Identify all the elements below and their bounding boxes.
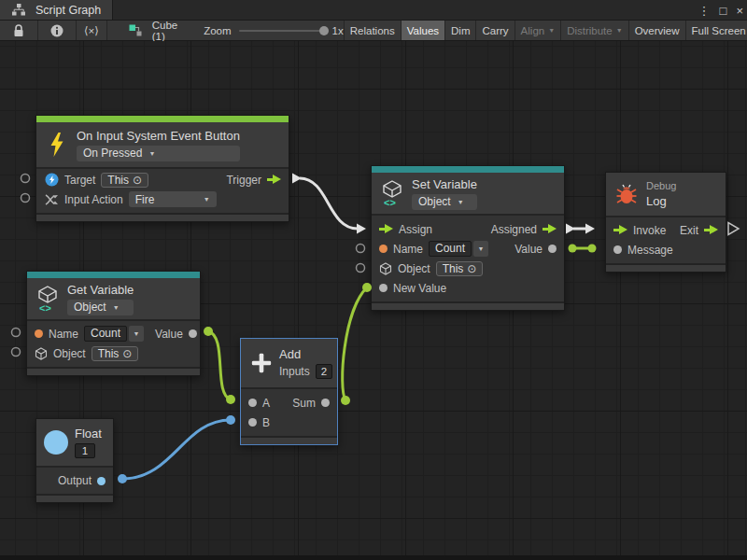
new-value-row: New Value: [372, 278, 564, 298]
node-on-input-system-event-button[interactable]: On Input System Event Button On Pressed …: [35, 115, 289, 222]
zoom-slider[interactable]: [239, 30, 325, 32]
variable-accent-bar: [372, 166, 564, 173]
variable-kind-dropdown[interactable]: Object ▼: [67, 300, 134, 315]
a-sum-row: A Sum: [241, 393, 337, 413]
input-action-row: Input Action Fire ▼: [36, 189, 289, 209]
node-title: Log: [646, 194, 676, 208]
object-row: Object This ⊙: [372, 259, 564, 278]
graph-asset-icon: [124, 24, 147, 37]
value-output-port[interactable]: [548, 245, 557, 253]
a-input-port[interactable]: [248, 399, 257, 407]
maximize-icon[interactable]: □: [720, 4, 727, 18]
node-title: On Input System Event Button: [77, 129, 240, 143]
gameobject-event-icon: [44, 173, 59, 187]
kebab-menu-icon[interactable]: ⋮: [698, 4, 711, 18]
sum-output-port[interactable]: [321, 399, 330, 407]
input-action-dropdown[interactable]: Fire ▼: [129, 191, 217, 207]
chevron-down-icon: ▼: [478, 245, 485, 252]
breadcrumb[interactable]: Cube (1): [124, 21, 178, 40]
inspect-button[interactable]: [38, 21, 77, 40]
code-preview-button[interactable]: ⟨×⟩: [77, 21, 107, 40]
node-footer: [606, 263, 726, 272]
node-footer: [27, 367, 200, 375]
variable-name-dropdown[interactable]: Count ▼: [84, 326, 144, 342]
output-row: Output: [36, 471, 113, 490]
variable-cube-icon: <>: [381, 179, 403, 207]
node-footer: [241, 436, 337, 444]
distribute-dropdown-button[interactable]: Distribute▼: [560, 21, 628, 40]
assign-label: Assign: [399, 223, 432, 236]
zoom-value: 1x: [332, 25, 344, 36]
chevron-down-icon: ▼: [458, 199, 464, 205]
graph-icon: [7, 4, 30, 16]
target-label: Target: [64, 174, 95, 187]
trigger-output-port[interactable]: [267, 175, 281, 185]
node-set-variable[interactable]: <> Set Variable Object ▼ Assign Assigned…: [371, 165, 565, 311]
tab-script-graph[interactable]: Script Graph: [0, 0, 113, 20]
overview-button[interactable]: Overview: [628, 21, 685, 40]
output-port[interactable]: [97, 477, 106, 485]
input-action-icon: [44, 193, 59, 206]
bug-icon: [615, 183, 638, 205]
exit-output-port[interactable]: [704, 225, 718, 235]
cube-icon: [379, 262, 392, 275]
node-title: Add: [279, 347, 332, 361]
zoom-slider-handle[interactable]: [319, 26, 329, 35]
window-bottom-edge: [0, 555, 747, 560]
assign-row: Assign Assigned: [372, 219, 564, 239]
info-icon: [46, 24, 68, 37]
value-label: Value: [514, 243, 543, 256]
plus-icon: [250, 351, 273, 375]
node-get-variable[interactable]: <> Get Variable Object ▼ Name Count ▼ Va…: [26, 271, 201, 376]
lock-icon: [7, 24, 30, 37]
target-object-chip[interactable]: This ⊙: [101, 173, 148, 188]
chevron-down-icon: ▼: [204, 196, 210, 203]
node-float[interactable]: Float 1 Output: [35, 418, 114, 503]
fullscreen-button[interactable]: Full Screen: [685, 21, 747, 40]
relations-button[interactable]: Relations: [344, 21, 401, 40]
new-value-input-port[interactable]: [379, 284, 388, 292]
object-picker-icon: ⊙: [467, 263, 476, 274]
node-add[interactable]: Add Inputs 2 A Sum B: [240, 338, 338, 445]
close-icon[interactable]: ×: [736, 4, 743, 18]
chevron-down-icon: ▼: [616, 27, 623, 34]
name-input-port[interactable]: [35, 329, 43, 338]
b-input-port[interactable]: [248, 418, 257, 427]
assigned-output-port[interactable]: [543, 224, 557, 234]
dim-button[interactable]: Dim: [444, 21, 475, 40]
lock-button[interactable]: [0, 21, 38, 40]
object-label: Object: [53, 347, 86, 360]
sum-label: Sum: [292, 397, 316, 410]
tab-title: Script Graph: [35, 4, 101, 17]
assign-input-port[interactable]: [379, 224, 393, 234]
object-chip[interactable]: This ⊙: [436, 261, 484, 276]
cube-icon: [35, 347, 48, 360]
node-category: Debug: [646, 180, 676, 191]
variable-accent-bar: [27, 272, 200, 278]
target-row: Target This ⊙ Trigger: [36, 170, 289, 189]
object-label: Object: [398, 262, 430, 275]
object-chip[interactable]: This ⊙: [92, 346, 139, 361]
name-label: Name: [49, 328, 78, 341]
event-mode-dropdown[interactable]: On Pressed ▼: [77, 146, 240, 161]
object-picker-icon: ⊙: [133, 175, 142, 186]
node-footer: [372, 301, 564, 310]
inputs-count-field[interactable]: 2: [316, 364, 332, 379]
name-input-port[interactable]: [379, 245, 388, 253]
name-row: Name Count ▼ Value: [372, 239, 564, 259]
value-label: Value: [155, 328, 183, 341]
values-button[interactable]: Values: [401, 21, 444, 40]
float-value-field[interactable]: 1: [75, 443, 95, 458]
align-dropdown-button[interactable]: Align▼: [514, 21, 561, 40]
variable-cube-icon: <>: [36, 285, 59, 313]
carry-button[interactable]: Carry: [475, 21, 514, 40]
message-input-port[interactable]: [613, 245, 622, 254]
node-debug-log[interactable]: Debug Log Invoke Exit Message: [605, 172, 726, 273]
value-output-port[interactable]: [189, 329, 197, 338]
variable-name-dropdown[interactable]: Count ▼: [429, 241, 488, 257]
variable-kind-dropdown[interactable]: Object ▼: [412, 194, 477, 210]
script-graph-window: Script Graph ⋮ □ × ⟨×⟩ Cube (1): [0, 0, 747, 560]
chevron-down-icon: ▼: [134, 330, 140, 337]
trigger-label: Trigger: [226, 174, 261, 187]
invoke-input-port[interactable]: [613, 225, 627, 235]
